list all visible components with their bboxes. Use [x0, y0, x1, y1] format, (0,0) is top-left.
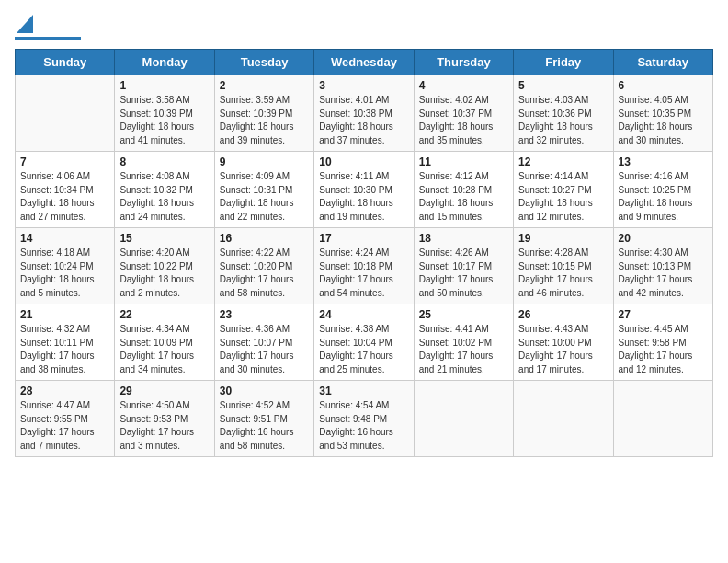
day-info: Sunrise: 4:41 AMSunset: 10:02 PMDaylight…: [419, 323, 508, 376]
day-number: 12: [518, 155, 608, 168]
calendar-cell: 29Sunrise: 4:50 AMSunset: 9:53 PMDayligh…: [115, 381, 214, 457]
day-number: 31: [319, 385, 408, 397]
day-info: Sunrise: 4:06 AMSunset: 10:34 PMDaylight…: [20, 170, 109, 224]
day-number: 7: [20, 155, 109, 168]
day-number: 14: [20, 232, 109, 245]
calendar-cell: 26Sunrise: 4:43 AMSunset: 10:00 PMDaylig…: [514, 304, 613, 381]
calendar-cell: 24Sunrise: 4:38 AMSunset: 10:04 PMDaylig…: [314, 304, 414, 381]
day-number: 15: [119, 232, 209, 245]
day-info: Sunrise: 4:08 AMSunset: 10:32 PMDaylight…: [119, 170, 209, 224]
day-number: 28: [20, 385, 109, 397]
day-info: Sunrise: 4:24 AMSunset: 10:18 PMDaylight…: [319, 247, 408, 300]
day-info: Sunrise: 4:02 AMSunset: 10:37 PMDaylight…: [419, 94, 508, 147]
calendar-cell: [613, 381, 712, 457]
day-info: Sunrise: 4:34 AMSunset: 10:09 PMDaylight…: [119, 323, 209, 376]
day-number: 16: [220, 232, 309, 245]
day-info: Sunrise: 4:03 AMSunset: 10:36 PMDaylight…: [518, 94, 608, 147]
day-info: Sunrise: 4:47 AMSunset: 9:55 PMDaylight:…: [20, 399, 109, 453]
calendar-cell: [514, 381, 613, 457]
day-info: Sunrise: 4:50 AMSunset: 9:53 PMDaylight:…: [119, 399, 209, 453]
page-header: [15, 15, 713, 40]
calendar-cell: 2Sunrise: 3:59 AMSunset: 10:39 PMDayligh…: [214, 75, 313, 152]
weekday-header-sunday: Sunday: [16, 50, 115, 75]
calendar-cell: 25Sunrise: 4:41 AMSunset: 10:02 PMDaylig…: [414, 304, 513, 381]
day-number: 23: [220, 308, 309, 321]
day-number: 21: [20, 308, 109, 321]
calendar-cell: 30Sunrise: 4:52 AMSunset: 9:51 PMDayligh…: [214, 381, 313, 457]
day-number: 11: [419, 155, 508, 168]
calendar-week-1: 1Sunrise: 3:58 AMSunset: 10:39 PMDayligh…: [16, 75, 713, 152]
calendar-week-3: 14Sunrise: 4:18 AMSunset: 10:24 PMDaylig…: [16, 228, 713, 304]
day-number: 5: [518, 79, 608, 92]
calendar-cell: 12Sunrise: 4:14 AMSunset: 10:27 PMDaylig…: [514, 152, 613, 228]
day-info: Sunrise: 4:32 AMSunset: 10:11 PMDaylight…: [20, 323, 109, 376]
day-number: 27: [619, 308, 708, 321]
calendar-cell: 20Sunrise: 4:30 AMSunset: 10:13 PMDaylig…: [613, 228, 712, 304]
day-info: Sunrise: 4:36 AMSunset: 10:07 PMDaylight…: [220, 323, 309, 376]
calendar-cell: 14Sunrise: 4:18 AMSunset: 10:24 PMDaylig…: [16, 228, 115, 304]
day-number: 9: [220, 155, 309, 168]
calendar-cell: 27Sunrise: 4:45 AMSunset: 9:58 PMDayligh…: [613, 304, 712, 381]
day-info: Sunrise: 4:52 AMSunset: 9:51 PMDaylight:…: [220, 399, 309, 453]
calendar-cell: 11Sunrise: 4:12 AMSunset: 10:28 PMDaylig…: [414, 152, 513, 228]
weekday-header-wednesday: Wednesday: [314, 50, 414, 75]
weekday-header-saturday: Saturday: [613, 50, 712, 75]
calendar-cell: 3Sunrise: 4:01 AMSunset: 10:38 PMDayligh…: [314, 75, 414, 152]
weekday-header-friday: Friday: [514, 50, 613, 75]
day-info: Sunrise: 4:12 AMSunset: 10:28 PMDaylight…: [419, 170, 508, 224]
day-number: 18: [419, 232, 508, 245]
day-info: Sunrise: 4:28 AMSunset: 10:15 PMDaylight…: [518, 247, 608, 300]
day-number: 26: [518, 308, 608, 321]
day-info: Sunrise: 4:54 AMSunset: 9:48 PMDaylight:…: [319, 399, 408, 453]
svg-marker-0: [17, 15, 33, 33]
calendar-cell: 6Sunrise: 4:05 AMSunset: 10:35 PMDayligh…: [613, 75, 712, 152]
day-info: Sunrise: 4:14 AMSunset: 10:27 PMDaylight…: [518, 170, 608, 224]
calendar-cell: 19Sunrise: 4:28 AMSunset: 10:15 PMDaylig…: [514, 228, 613, 304]
day-number: 1: [119, 79, 209, 92]
day-info: Sunrise: 4:20 AMSunset: 10:22 PMDaylight…: [119, 247, 209, 300]
day-info: Sunrise: 4:18 AMSunset: 10:24 PMDaylight…: [20, 247, 109, 300]
logo: [15, 15, 81, 40]
calendar-cell: 16Sunrise: 4:22 AMSunset: 10:20 PMDaylig…: [214, 228, 313, 304]
day-number: 19: [518, 232, 608, 245]
day-number: 10: [319, 155, 408, 168]
calendar-week-5: 28Sunrise: 4:47 AMSunset: 9:55 PMDayligh…: [16, 381, 713, 457]
calendar-cell: 8Sunrise: 4:08 AMSunset: 10:32 PMDayligh…: [115, 152, 214, 228]
day-info: Sunrise: 4:01 AMSunset: 10:38 PMDaylight…: [319, 94, 408, 147]
calendar-week-2: 7Sunrise: 4:06 AMSunset: 10:34 PMDayligh…: [16, 152, 713, 228]
day-info: Sunrise: 4:22 AMSunset: 10:20 PMDaylight…: [220, 247, 309, 300]
calendar-cell: [414, 381, 513, 457]
day-number: 20: [619, 232, 708, 245]
day-info: Sunrise: 4:26 AMSunset: 10:17 PMDaylight…: [419, 247, 508, 300]
day-number: 6: [619, 79, 708, 92]
day-number: 30: [220, 385, 309, 397]
calendar-cell: 10Sunrise: 4:11 AMSunset: 10:30 PMDaylig…: [314, 152, 414, 228]
day-info: Sunrise: 3:59 AMSunset: 10:39 PMDaylight…: [220, 94, 309, 147]
calendar-cell: 31Sunrise: 4:54 AMSunset: 9:48 PMDayligh…: [314, 381, 414, 457]
calendar-cell: 4Sunrise: 4:02 AMSunset: 10:37 PMDayligh…: [414, 75, 513, 152]
calendar-cell: 18Sunrise: 4:26 AMSunset: 10:17 PMDaylig…: [414, 228, 513, 304]
calendar-cell: 7Sunrise: 4:06 AMSunset: 10:34 PMDayligh…: [16, 152, 115, 228]
weekday-header-thursday: Thursday: [414, 50, 513, 75]
day-info: Sunrise: 4:05 AMSunset: 10:35 PMDaylight…: [619, 94, 708, 147]
day-info: Sunrise: 4:09 AMSunset: 10:31 PMDaylight…: [220, 170, 309, 224]
day-number: 4: [419, 79, 508, 92]
calendar-cell: 13Sunrise: 4:16 AMSunset: 10:25 PMDaylig…: [613, 152, 712, 228]
day-number: 22: [119, 308, 209, 321]
day-number: 8: [119, 155, 209, 168]
calendar-cell: 28Sunrise: 4:47 AMSunset: 9:55 PMDayligh…: [16, 381, 115, 457]
day-number: 13: [619, 155, 708, 168]
day-info: Sunrise: 4:11 AMSunset: 10:30 PMDaylight…: [319, 170, 408, 224]
day-number: 25: [419, 308, 508, 321]
calendar-week-4: 21Sunrise: 4:32 AMSunset: 10:11 PMDaylig…: [16, 304, 713, 381]
calendar-cell: 9Sunrise: 4:09 AMSunset: 10:31 PMDayligh…: [214, 152, 313, 228]
calendar-cell: 15Sunrise: 4:20 AMSunset: 10:22 PMDaylig…: [115, 228, 214, 304]
weekday-header-monday: Monday: [115, 50, 214, 75]
day-number: 29: [119, 385, 209, 397]
calendar-table: SundayMondayTuesdayWednesdayThursdayFrid…: [15, 49, 713, 457]
day-info: Sunrise: 4:43 AMSunset: 10:00 PMDaylight…: [518, 323, 608, 376]
day-info: Sunrise: 4:30 AMSunset: 10:13 PMDaylight…: [619, 247, 708, 300]
day-info: Sunrise: 3:58 AMSunset: 10:39 PMDaylight…: [119, 94, 209, 147]
day-info: Sunrise: 4:45 AMSunset: 9:58 PMDaylight:…: [619, 323, 708, 376]
calendar-cell: 1Sunrise: 3:58 AMSunset: 10:39 PMDayligh…: [115, 75, 214, 152]
